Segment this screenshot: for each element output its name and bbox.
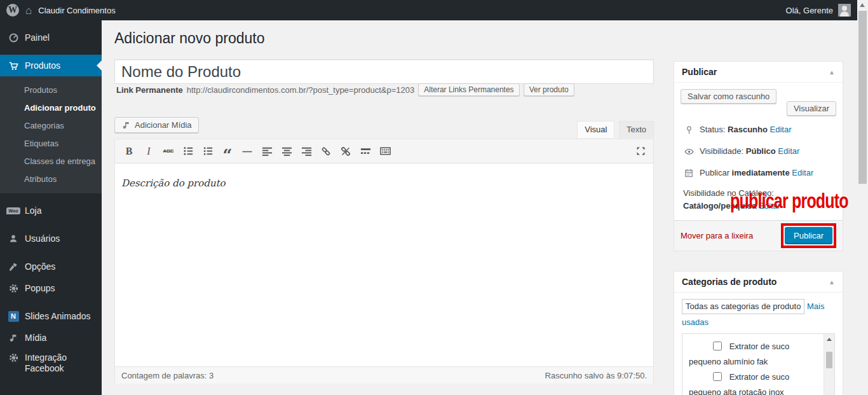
sidebar-item-label: Opções bbox=[25, 261, 55, 272]
pin-icon bbox=[683, 125, 695, 135]
sidebar-item-label: Produtos bbox=[25, 60, 60, 71]
content-editor: B I ABE “ — bbox=[114, 139, 654, 384]
category-item: Extrator de suco pequeno alta rotação in… bbox=[689, 370, 818, 395]
schedule-row: Publicar imediatamente Editar bbox=[683, 168, 836, 181]
strikethrough-icon[interactable]: ABE bbox=[159, 143, 177, 160]
sidebar-item-label: Integração Facebook bbox=[25, 352, 86, 374]
scroll-up-arrow-icon[interactable] bbox=[860, 3, 865, 7]
cart-icon bbox=[6, 60, 20, 71]
align-center-icon[interactable] bbox=[278, 143, 295, 160]
sidebar-item-produtos[interactable]: Produtos bbox=[0, 55, 102, 76]
nextgen-n-icon: N bbox=[6, 311, 20, 322]
gear-icon bbox=[6, 283, 20, 294]
sidebar-item-painel[interactable]: Painel bbox=[0, 27, 102, 48]
submenu-item-etiquetas[interactable]: Etiquetas bbox=[0, 135, 102, 153]
submenu-item-produtos[interactable]: Produtos bbox=[0, 81, 102, 99]
sidebar-item-loja[interactable]: Woo Loja bbox=[0, 200, 102, 221]
users-icon bbox=[6, 233, 20, 244]
scroll-up-arrow-icon[interactable] bbox=[827, 338, 832, 341]
annotation-publicar-produto: publicar produto bbox=[730, 189, 848, 214]
submenu-item-categorias[interactable]: Categorias bbox=[0, 117, 102, 135]
sidebar-item-usuarios[interactable]: Usuários bbox=[0, 228, 102, 249]
gear-icon bbox=[6, 352, 20, 363]
collapse-menu-button[interactable]: Recolher Menu bbox=[0, 389, 102, 395]
sidebar-item-label: Usuários bbox=[25, 233, 60, 244]
publish-panel-footer: Mover para a lixeira Publicar bbox=[674, 220, 843, 251]
draft-saved-text: Rascunho salvo às 9:07:50. bbox=[545, 371, 647, 380]
align-right-icon[interactable] bbox=[297, 143, 315, 160]
site-name-link[interactable]: Claudir Condimentos bbox=[38, 6, 115, 15]
panel-toggle-icon[interactable]: ▲ bbox=[829, 69, 835, 76]
active-menu-arrow bbox=[92, 60, 102, 71]
wordpress-logo-icon[interactable]: W bbox=[6, 4, 19, 17]
editor-body[interactable]: Descrição do produto bbox=[115, 163, 653, 366]
save-draft-button[interactable]: Salvar como rascunho bbox=[681, 89, 776, 104]
edit-status-link[interactable]: Editar bbox=[770, 125, 792, 134]
home-icon[interactable]: ⌂ bbox=[25, 5, 32, 16]
eye-icon bbox=[683, 146, 695, 157]
toolbar-toggle-icon[interactable] bbox=[376, 143, 394, 160]
sidebar-item-label: Mídia bbox=[25, 333, 46, 343]
permalink-row: Link Permanente http://claudircondimento… bbox=[116, 83, 574, 96]
submenu-item-adicionar-produto[interactable]: Adicionar produto bbox=[0, 99, 102, 117]
edit-schedule-link[interactable]: Editar bbox=[792, 168, 813, 177]
page-title: Adicionar novo produto bbox=[114, 30, 265, 47]
submenu-item-atributos[interactable]: Atributos bbox=[0, 170, 102, 188]
editor-toolbar: B I ABE “ — bbox=[115, 139, 653, 163]
sidebar-item-opcoes[interactable]: Opções bbox=[0, 256, 102, 277]
publish-button[interactable]: Publicar bbox=[785, 227, 832, 244]
admin-sidebar: Painel Produtos Produtos Adicionar produ… bbox=[0, 20, 102, 395]
status-row: Status: Rascunho Editar bbox=[683, 125, 836, 137]
panel-toggle-icon[interactable]: ▲ bbox=[829, 279, 835, 286]
tab-texto[interactable]: Texto bbox=[619, 121, 654, 138]
editor-placeholder: Descrição do produto bbox=[121, 177, 226, 189]
annotation-red-box: Publicar bbox=[781, 223, 836, 248]
product-categories-panel: Categorias de produto ▲ Todas as categor… bbox=[674, 271, 843, 395]
scrollbar-thumb[interactable] bbox=[858, 11, 867, 184]
categories-checklist[interactable]: Extrator de suco pequeno alumínio fak Ex… bbox=[682, 333, 835, 395]
preview-button[interactable]: Visualizar bbox=[787, 101, 836, 116]
sidebar-item-popups[interactable]: Popups bbox=[0, 277, 102, 299]
woocommerce-icon: Woo bbox=[6, 207, 20, 214]
publish-panel-header[interactable]: Publicar ▲ bbox=[674, 62, 843, 83]
tools-icon bbox=[6, 261, 20, 272]
greeting-text[interactable]: Olá, Gerente bbox=[786, 6, 833, 15]
tab-all-categories[interactable]: Todas as categorias de produto bbox=[682, 299, 804, 314]
dashboard-icon bbox=[6, 32, 20, 43]
bullet-list-icon[interactable] bbox=[179, 143, 197, 160]
permalink-url: http://claudircondimentos.com.br/?post_t… bbox=[187, 85, 414, 95]
italic-icon[interactable]: I bbox=[140, 143, 158, 160]
browser-scrollbar[interactable] bbox=[857, 0, 868, 395]
sidebar-item-midia[interactable]: Mídia bbox=[0, 327, 102, 349]
scrollbar-thumb[interactable] bbox=[826, 352, 832, 368]
fullscreen-icon[interactable] bbox=[632, 143, 649, 160]
category-checkbox[interactable] bbox=[713, 372, 722, 381]
unlink-icon[interactable] bbox=[337, 143, 355, 160]
link-icon[interactable] bbox=[317, 143, 335, 160]
bold-icon[interactable]: B bbox=[120, 143, 138, 160]
categories-panel-header[interactable]: Categorias de produto ▲ bbox=[674, 272, 843, 293]
view-product-button[interactable]: Ver produto bbox=[524, 83, 574, 96]
numbered-list-icon[interactable] bbox=[199, 143, 217, 160]
category-item: Extrator de suco pequeno alumínio fak bbox=[689, 339, 818, 370]
permalink-label: Link Permanente bbox=[116, 85, 183, 95]
list-scrollbar[interactable] bbox=[824, 334, 834, 395]
change-permalinks-button[interactable]: Alterar Links Permanentes bbox=[418, 83, 519, 96]
product-title-input[interactable] bbox=[114, 59, 654, 84]
edit-visibility-link[interactable]: Editar bbox=[778, 146, 799, 156]
move-to-trash-link[interactable]: Mover para a lixeira bbox=[681, 231, 753, 240]
editor-tabs: Visual Texto bbox=[114, 121, 654, 139]
sidebar-item-integracao-facebook[interactable]: Integração Facebook bbox=[0, 349, 102, 378]
sidebar-item-label: Loja bbox=[25, 205, 41, 216]
blockquote-icon[interactable]: “ bbox=[219, 143, 236, 160]
more-tag-icon[interactable] bbox=[356, 143, 374, 160]
horizontal-rule-icon[interactable]: — bbox=[238, 143, 256, 160]
sidebar-item-slides-animados[interactable]: N Slides Animados bbox=[0, 305, 102, 327]
tab-visual[interactable]: Visual bbox=[577, 121, 614, 138]
submenu-item-classes-de-entrega[interactable]: Classes de entrega bbox=[0, 153, 102, 170]
user-avatar[interactable] bbox=[838, 4, 851, 17]
category-checkbox[interactable] bbox=[713, 342, 722, 350]
media-icon bbox=[6, 333, 20, 343]
align-left-icon[interactable] bbox=[258, 143, 276, 160]
sidebar-item-label: Popups bbox=[25, 283, 55, 293]
